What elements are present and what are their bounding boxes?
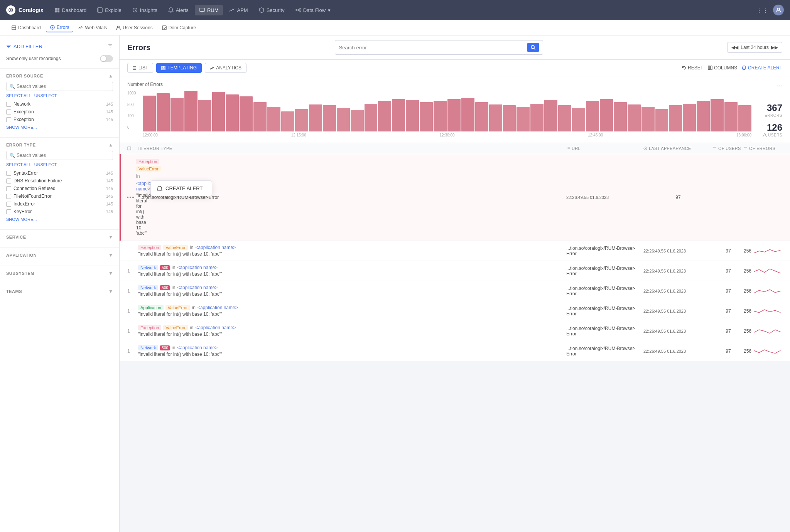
checkbox-filenotfound[interactable] <box>6 194 11 199</box>
filter-item-network: Network 145 <box>6 100 113 108</box>
app-name-5: <application name> <box>177 345 218 350</box>
sec-nav-web-vitals[interactable]: Web Vitals <box>74 24 111 32</box>
time-4: 22:26:49.55 01.6.2023 <box>643 329 713 333</box>
nav-explore[interactable]: Explole <box>93 5 126 15</box>
dots-menu[interactable] <box>127 197 134 198</box>
error-source-search[interactable]: 🔍 <box>6 82 113 91</box>
error-type-search-input[interactable] <box>17 153 110 158</box>
table-row-0[interactable]: Exception ValueError in <application nam… <box>120 241 790 261</box>
tab-templating[interactable]: TEMPLATING <box>156 63 202 73</box>
sec-nav-user-sessions[interactable]: User Sessions <box>112 24 156 32</box>
columns-button[interactable]: COLUMNS <box>708 65 737 71</box>
th-of-users[interactable]: OF USERS <box>713 146 744 151</box>
th-of-errors[interactable]: OF ERRORS <box>744 146 782 151</box>
reset-button[interactable]: RESET <box>682 65 703 71</box>
subsystem-header[interactable]: SUBSYSTEM ▼ <box>6 268 113 279</box>
chart-bar-5 <box>212 92 225 131</box>
row-main-2: Network 500 in <application name> "inval… <box>138 285 566 297</box>
tab-list[interactable]: LIST <box>127 63 153 73</box>
nav-insights[interactable]: Insights <box>128 5 162 15</box>
th-last-appearance[interactable]: LAST APPEARANCE <box>643 146 713 151</box>
application-header[interactable]: APPLICATION ▼ <box>6 249 113 261</box>
table-row-5[interactable]: 1 Network 500 in <application name> "inv… <box>120 341 790 361</box>
search-button[interactable] <box>527 43 539 52</box>
toggle-thumb <box>101 56 106 61</box>
checkbox-exception-1[interactable] <box>6 109 11 114</box>
tag-network-2: Network <box>138 285 158 290</box>
checkbox-network[interactable] <box>6 102 11 107</box>
error-source-search-input[interactable] <box>17 84 110 89</box>
th-error-type[interactable]: ERROR TYPE <box>138 146 566 151</box>
error-type-title: ERROR TYPE <box>6 143 36 147</box>
checkbox-connection[interactable] <box>6 186 11 191</box>
error-source-header[interactable]: ERROR SOURCE ▲ <box>6 70 113 82</box>
chart-y-axis: 1000 500 100 0 <box>127 91 141 130</box>
chart-bar-33 <box>600 99 613 131</box>
sec-nav-dom-capture[interactable]: Dom Capture <box>158 24 200 32</box>
filter-count-connection: 145 <box>106 186 113 191</box>
app-name-3: <application name> <box>198 305 238 310</box>
chart-bar-3 <box>184 91 198 131</box>
table-row-highlighted[interactable]: Exception ValueError in <application nam… <box>120 154 790 241</box>
time-range-picker[interactable]: ◀◀ Last 24 hours ▶▶ <box>727 42 782 53</box>
checkbox-indexerror[interactable] <box>6 202 11 207</box>
search-input[interactable] <box>339 45 525 51</box>
table-row-2[interactable]: 1 Network 500 in <application name> "inv… <box>120 281 790 301</box>
x-label-3: 12:30:00 <box>440 133 455 137</box>
tab-analytics[interactable]: ANALYTICS <box>205 63 246 73</box>
chart-more-icon[interactable]: ··· <box>776 82 782 90</box>
chart-bar-1 <box>157 93 170 131</box>
users-0: 97 <box>713 248 744 254</box>
error-type-show-more[interactable]: SHOW MORE... <box>6 215 113 225</box>
error-type-unselect[interactable]: UNSELECT <box>34 162 57 167</box>
grid-icon[interactable]: ⋮⋮ <box>756 7 768 14</box>
error-type-header[interactable]: ERROR TYPE ▲ <box>6 139 113 151</box>
filter-count-dns: 145 <box>106 178 113 183</box>
th-url[interactable]: URL <box>566 146 643 151</box>
nav-dashboard[interactable]: Dashboard <box>50 5 91 15</box>
row-num-3: 1 <box>127 308 138 314</box>
error-source-unselect[interactable]: UNSELECT <box>34 93 57 98</box>
sec-nav-errors[interactable]: Errors <box>46 23 73 32</box>
error-type-select-all-row: SELECT ALL UNSELECT <box>6 162 113 167</box>
checkbox-syntaxerror[interactable] <box>6 171 11 176</box>
chart-bar-39 <box>683 104 696 131</box>
error-source-select-all[interactable]: SELECT ALL <box>6 93 31 98</box>
tag-exception-0: Exception <box>138 245 161 250</box>
nav-alerts[interactable]: Alerts <box>164 5 193 15</box>
table-header: ERROR TYPE URL LAST APPEARANCE OF USERS … <box>120 143 790 154</box>
error-type-search[interactable]: 🔍 <box>6 151 113 160</box>
add-filter-button[interactable]: ADD FILTER <box>6 44 42 49</box>
error-source-show-more[interactable]: SHOW MORE... <box>6 123 113 133</box>
nav-rum[interactable]: RUM <box>195 5 223 15</box>
row-main-0: Exception ValueError in <application nam… <box>138 245 566 257</box>
recordings-toggle[interactable] <box>100 55 113 62</box>
checkbox-dns[interactable] <box>6 178 11 184</box>
nav-apm[interactable]: APM <box>225 5 252 15</box>
service-section: SERVICE ▼ <box>0 231 119 246</box>
table-row-4[interactable]: 1 Exception ValueError in <application n… <box>120 321 790 341</box>
context-menu-create-alert[interactable]: CREATE ALERT <box>151 181 212 196</box>
nav-dataflow[interactable]: Data Flow ▾ <box>291 5 336 15</box>
checkbox-keyerror[interactable] <box>6 209 11 214</box>
message-2: "invalid literal for int() with base 10:… <box>138 291 566 297</box>
sort-icon[interactable] <box>108 43 113 50</box>
teams-header[interactable]: TEAMS ▼ <box>6 286 113 297</box>
sec-nav-dashboard[interactable]: Dashboard <box>8 24 45 32</box>
table-row-3[interactable]: 1 Application ValueError in <application… <box>120 301 790 321</box>
create-alert-toolbar-button[interactable]: CREATE ALERT <box>742 65 782 71</box>
total-users-number: 126 <box>763 122 782 133</box>
time-range-forward[interactable]: ▶▶ <box>771 45 778 50</box>
nav-security[interactable]: Security <box>254 5 289 15</box>
table-row-1[interactable]: 1 Network 500 in <application name> "inv… <box>120 261 790 281</box>
time-range-back[interactable]: ◀◀ <box>731 45 738 50</box>
errors-0: 256 <box>744 246 782 256</box>
error-type-select-all[interactable]: SELECT ALL <box>6 162 31 167</box>
svg-rect-9 <box>200 8 204 12</box>
checkbox-exception-2[interactable] <box>6 117 11 122</box>
service-header[interactable]: SERVICE ▼ <box>6 231 113 243</box>
svg-point-12 <box>299 11 300 12</box>
logo[interactable]: Coralogix <box>6 5 44 15</box>
users-4: 97 <box>713 328 744 334</box>
avatar[interactable] <box>773 5 784 15</box>
